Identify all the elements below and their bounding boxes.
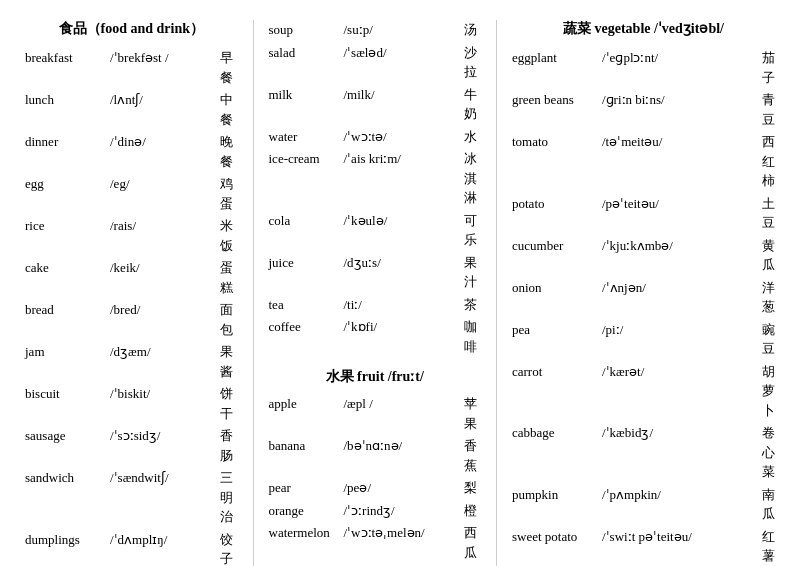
word: bread — [25, 300, 110, 320]
phonetic: /ˈkjuːkʌmbə/ — [602, 236, 762, 256]
word: dumplings — [25, 530, 110, 550]
list-item: milk/milk/牛奶 — [269, 85, 482, 124]
fruit-list: apple/æpl /苹果banana/bəˈnɑːnə/香蕉pear/peə/… — [269, 394, 482, 566]
chinese: 橙 — [464, 501, 482, 521]
phonetic: /æpl / — [344, 394, 464, 414]
chinese: 果酱 — [220, 342, 238, 381]
word: cucumber — [512, 236, 602, 256]
chinese: 饺子 — [220, 530, 238, 567]
word: pear — [269, 478, 344, 498]
word: ice-cream — [269, 149, 344, 169]
chinese: 鸡蛋 — [220, 174, 238, 213]
list-item: watermelon/ˈwɔːtəˌmelən/西瓜 — [269, 523, 482, 562]
phonetic: /rais/ — [110, 216, 220, 236]
chinese: 豌豆 — [762, 320, 775, 359]
list-item: jam/dʒæm/果酱 — [25, 342, 238, 381]
word: egg — [25, 174, 110, 194]
chinese: 饼干 — [220, 384, 238, 423]
chinese: 果汁 — [464, 253, 482, 292]
chinese: 胡萝卜 — [762, 362, 775, 421]
phonetic: /ˈʌnjən/ — [602, 278, 762, 298]
phonetic: /ˈais kriːm/ — [344, 149, 464, 169]
word: coffee — [269, 317, 344, 337]
phonetic: /ˈsændwitʃ/ — [110, 468, 220, 488]
veg-title: 蔬菜 vegetable /ˈvedʒitəbl/ — [512, 20, 775, 38]
phonetic: /tiː/ — [344, 295, 464, 315]
chinese: 西红柿 — [762, 132, 775, 191]
list-item: tea/tiː/茶 — [269, 295, 482, 315]
chinese: 黄瓜 — [762, 236, 775, 275]
drinks-list: soup/suːp/汤salad/ˈsæləd/沙拉milk/milk/牛奶wa… — [269, 20, 482, 356]
phonetic: /piː/ — [602, 320, 762, 340]
list-item: pumpkin/ˈpʌmpkin/南瓜 — [512, 485, 775, 524]
phonetic: /bred/ — [110, 300, 220, 320]
phonetic: /eg/ — [110, 174, 220, 194]
word: jam — [25, 342, 110, 362]
list-item: sausage/ˈsɔːsidʒ/香肠 — [25, 426, 238, 465]
food-column: 食品（food and drink） breakfast/ˈbrekfəst /… — [15, 20, 248, 566]
chinese: 茄子 — [762, 48, 775, 87]
word: orange — [269, 501, 344, 521]
phonetic: /ɡriːn biːns/ — [602, 90, 762, 110]
chinese: 茶 — [464, 295, 482, 315]
word: juice — [269, 253, 344, 273]
phonetic: /ˈkærət/ — [602, 362, 762, 382]
word: lunch — [25, 90, 110, 110]
phonetic: /ˈsæləd/ — [344, 43, 464, 63]
list-item: salad/ˈsæləd/沙拉 — [269, 43, 482, 82]
phonetic: /lʌntʃ/ — [110, 90, 220, 110]
word: breakfast — [25, 48, 110, 68]
word: potato — [512, 194, 602, 214]
chinese: 苹果 — [464, 394, 482, 433]
chinese: 香蕉 — [464, 436, 482, 475]
word: sausage — [25, 426, 110, 446]
list-item: potato/pəˈteitəu/土豆 — [512, 194, 775, 233]
list-item: cucumber/ˈkjuːkʌmbə/黄瓜 — [512, 236, 775, 275]
word: cabbage — [512, 423, 602, 443]
chinese: 面包 — [220, 300, 238, 339]
word: cola — [269, 211, 344, 231]
list-item: sweet potato/ˈswiːt pəˈteitəu/红薯 — [512, 527, 775, 566]
word: carrot — [512, 362, 602, 382]
list-item: banana/bəˈnɑːnə/香蕉 — [269, 436, 482, 475]
phonetic: /ˈkɒfi/ — [344, 317, 464, 337]
word: onion — [512, 278, 602, 298]
chinese: 卷心菜 — [762, 423, 775, 482]
word: banana — [269, 436, 344, 456]
list-item: water/ˈwɔːtə/水 — [269, 127, 482, 147]
veg-body-column: 蔬菜 vegetable /ˈvedʒitəbl/ eggplant/ˈeɡpl… — [502, 20, 785, 566]
word: water — [269, 127, 344, 147]
chinese: 梨 — [464, 478, 482, 498]
phonetic: /ˈbrekfəst / — [110, 48, 220, 68]
list-item: bread/bred/面包 — [25, 300, 238, 339]
word: watermelon — [269, 523, 344, 543]
food-title: 食品（food and drink） — [25, 20, 238, 38]
chinese: 蛋糕 — [220, 258, 238, 297]
food-list: breakfast/ˈbrekfəst /早餐lunch/lʌntʃ/中餐din… — [25, 48, 238, 566]
phonetic: /dʒæm/ — [110, 342, 220, 362]
list-item: breakfast/ˈbrekfəst /早餐 — [25, 48, 238, 87]
phonetic: /ˈbiskit/ — [110, 384, 220, 404]
phonetic: /ˈdinə/ — [110, 132, 220, 152]
chinese: 水 — [464, 127, 482, 147]
phonetic: /bəˈnɑːnə/ — [344, 436, 464, 456]
list-item: egg/eg/鸡蛋 — [25, 174, 238, 213]
word: biscuit — [25, 384, 110, 404]
word: milk — [269, 85, 344, 105]
phonetic: /dʒuːs/ — [344, 253, 464, 273]
list-item: pea/piː/豌豆 — [512, 320, 775, 359]
phonetic: /keik/ — [110, 258, 220, 278]
list-item: lunch/lʌntʃ/中餐 — [25, 90, 238, 129]
word: pumpkin — [512, 485, 602, 505]
word: tomato — [512, 132, 602, 152]
chinese: 米饭 — [220, 216, 238, 255]
phonetic: /təˈmeitəu/ — [602, 132, 762, 152]
phonetic: /ˈɔːrindʒ/ — [344, 501, 464, 521]
list-item: pear/peə/梨 — [269, 478, 482, 498]
list-item: biscuit/ˈbiskit/饼干 — [25, 384, 238, 423]
chinese: 早餐 — [220, 48, 238, 87]
phonetic: /ˈpʌmpkin/ — [602, 485, 762, 505]
chinese: 晚餐 — [220, 132, 238, 171]
phonetic: /ˈswiːt pəˈteitəu/ — [602, 527, 762, 547]
word: cake — [25, 258, 110, 278]
